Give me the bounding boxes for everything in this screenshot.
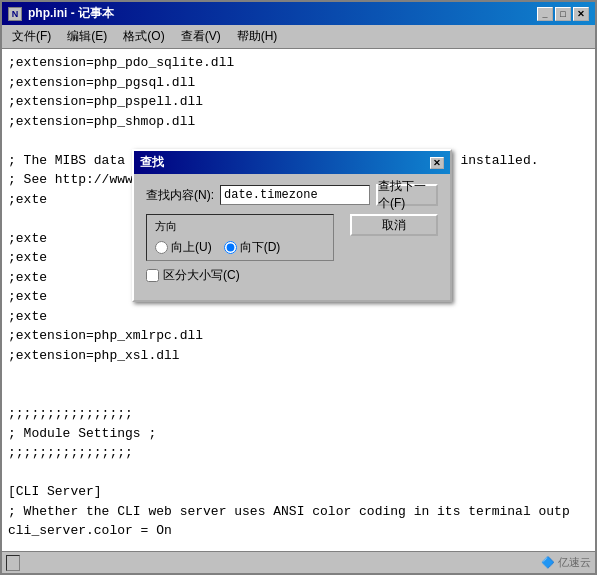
- radio-down-label: 向下(D): [240, 239, 281, 256]
- minimize-button[interactable]: _: [537, 7, 553, 21]
- maximize-button[interactable]: □: [555, 7, 571, 21]
- dialog-close-button[interactable]: ✕: [430, 157, 444, 169]
- find-label: 查找内容(N):: [146, 187, 214, 204]
- lower-row: 区分大小写(C): [146, 267, 342, 284]
- dialog-body: 查找内容(N): 查找下一个(F) 方向: [134, 174, 450, 300]
- case-label: 区分大小写(C): [163, 267, 240, 284]
- find-dialog: 查找 ✕ 查找内容(N): 查找下一个(F) 方向: [132, 149, 452, 302]
- find-row: 查找内容(N): 查找下一个(F): [146, 184, 438, 206]
- menu-view[interactable]: 查看(V): [175, 26, 227, 47]
- menu-edit[interactable]: 编辑(E): [61, 26, 113, 47]
- case-checkbox[interactable]: [146, 269, 159, 282]
- radio-down[interactable]: [224, 241, 237, 254]
- find-input[interactable]: [220, 185, 370, 205]
- watermark: 🔷 亿速云: [541, 555, 591, 570]
- menu-bar: 文件(F) 编辑(E) 格式(O) 查看(V) 帮助(H): [2, 25, 595, 49]
- direction-cancel-row: 方向 向上(U) 向下(D): [146, 214, 438, 284]
- case-option: 区分大小写(C): [146, 267, 240, 284]
- title-controls: _ □ ✕: [537, 7, 589, 21]
- window-title: php.ini - 记事本: [28, 5, 114, 22]
- radio-down-option: 向下(D): [224, 239, 281, 256]
- watermark-icon: 🔷: [541, 556, 555, 568]
- app-icon: N: [8, 7, 22, 21]
- direction-label: 方向: [155, 219, 325, 234]
- dialog-title-text: 查找: [140, 154, 164, 171]
- close-button[interactable]: ✕: [573, 7, 589, 21]
- radio-up[interactable]: [155, 241, 168, 254]
- editor-container: ;extension=php_pdo_sqlite.dll ;extension…: [2, 49, 595, 551]
- menu-file[interactable]: 文件(F): [6, 26, 57, 47]
- radio-up-label: 向上(U): [171, 239, 212, 256]
- find-next-button[interactable]: 查找下一个(F): [376, 184, 438, 206]
- dialog-title-bar: 查找 ✕: [134, 151, 450, 174]
- radio-up-option: 向上(U): [155, 239, 212, 256]
- status-section: [6, 555, 20, 571]
- title-bar: N php.ini - 记事本 _ □ ✕: [2, 2, 595, 25]
- radio-row: 向上(U) 向下(D): [155, 239, 325, 256]
- title-bar-left: N php.ini - 记事本: [8, 5, 114, 22]
- menu-format[interactable]: 格式(O): [117, 26, 170, 47]
- watermark-text: 亿速云: [558, 556, 591, 568]
- status-bar: 🔷 亿速云: [2, 551, 595, 573]
- menu-help[interactable]: 帮助(H): [231, 26, 284, 47]
- direction-group: 方向 向上(U) 向下(D): [146, 214, 334, 261]
- main-window: N php.ini - 记事本 _ □ ✕ 文件(F) 编辑(E) 格式(O) …: [0, 0, 597, 575]
- cancel-button[interactable]: 取消: [350, 214, 438, 236]
